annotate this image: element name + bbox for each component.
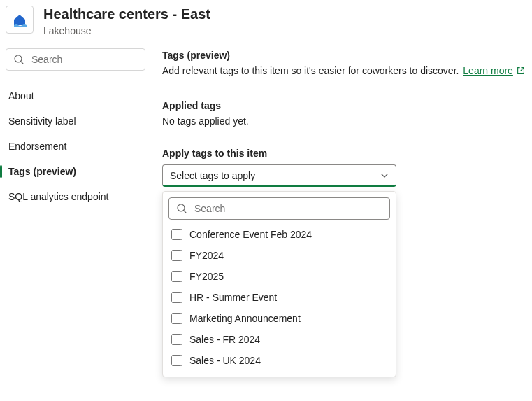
sidebar-item-label: Sensitivity label [8,115,76,127]
sidebar-search-input[interactable] [30,53,155,66]
sidebar-item-label: Tags (preview) [8,166,76,177]
main-panel: Tags (preview) Add relevant tags to this… [162,48,526,187]
learn-more-link[interactable]: Learn more [463,65,526,76]
sidebar-item[interactable]: SQL analytics endpoint [6,184,145,209]
sidebar-item-label: Endorsement [8,141,66,152]
learn-more-label: Learn more [463,65,513,76]
tag-option-label: FY2025 [189,271,224,282]
tag-option-checkbox[interactable] [171,229,182,240]
section-heading: Tags (preview) [162,50,526,61]
svg-point-3 [178,204,185,211]
tag-option-checkbox[interactable] [171,250,182,261]
page-title: Healthcare centers - East [43,6,210,23]
sidebar-search[interactable] [6,48,145,71]
section-description: Add relevant tags to this item so it's e… [162,65,526,76]
sidebar-item[interactable]: Tags (preview) [6,159,145,184]
tag-dropdown-flyout: Conference Event Feb 2024FY2024FY2025HR … [162,191,396,377]
sidebar-nav: AboutSensitivity labelEndorsementTags (p… [6,83,145,209]
external-link-icon [516,66,526,76]
tag-option-checkbox[interactable] [171,271,182,282]
applied-tags-status: No tags applied yet. [162,115,526,127]
tag-option[interactable]: Sales - UK 2024 [168,350,390,371]
sidebar: AboutSensitivity labelEndorsementTags (p… [6,48,145,209]
header-text: Healthcare centers - East Lakehouse [43,6,210,37]
tag-dropdown: Select tags to apply Conference Event Fe… [162,164,396,187]
apply-tags-heading: Apply tags to this item [162,148,526,159]
tag-option[interactable]: Marketing Announcement [168,308,390,329]
tag-option-checkbox[interactable] [171,334,182,345]
tag-option[interactable]: FY2024 [168,245,390,266]
sidebar-item-label: About [8,90,34,101]
search-icon [13,54,24,65]
applied-tags-heading: Applied tags [162,100,526,111]
tag-option-label: FY2024 [189,250,224,261]
tag-dropdown-trigger[interactable]: Select tags to apply [162,164,396,187]
svg-line-2 [521,68,524,71]
svg-point-0 [15,55,22,62]
svg-line-4 [184,211,186,213]
tag-option-checkbox[interactable] [171,355,182,366]
sidebar-item[interactable]: About [6,83,145,108]
page-subtitle: Lakehouse [43,24,210,37]
tag-option-label: Sales - UK 2024 [189,355,261,366]
svg-line-1 [21,62,23,64]
chevron-down-icon [380,171,389,180]
flyout-search-input[interactable] [193,202,382,215]
tag-option-checkbox[interactable] [171,313,182,324]
sidebar-item[interactable]: Endorsement [6,134,145,159]
header: Healthcare centers - East Lakehouse [0,0,532,48]
sidebar-item[interactable]: Sensitivity label [6,108,145,134]
lakehouse-icon [6,6,34,34]
tag-option-label: Sales - FR 2024 [189,334,260,345]
tag-option[interactable]: Conference Event Feb 2024 [168,224,390,245]
sidebar-item-label: SQL analytics endpoint [8,191,108,202]
tag-option-label: Marketing Announcement [189,313,301,324]
tag-option[interactable]: FY2025 [168,266,390,287]
tag-option[interactable]: Sales - FR 2024 [168,329,390,350]
dropdown-placeholder: Select tags to apply [170,170,255,181]
tag-option-checkbox[interactable] [171,292,182,303]
tag-option-label: HR - Summer Event [189,292,277,303]
tag-option[interactable]: HR - Summer Event [168,287,390,308]
search-icon [176,203,187,214]
description-text: Add relevant tags to this item so it's e… [162,65,459,76]
tag-option-label: Conference Event Feb 2024 [189,229,312,240]
flyout-search[interactable] [168,197,390,220]
tag-option-list: Conference Event Feb 2024FY2024FY2025HR … [168,224,390,371]
